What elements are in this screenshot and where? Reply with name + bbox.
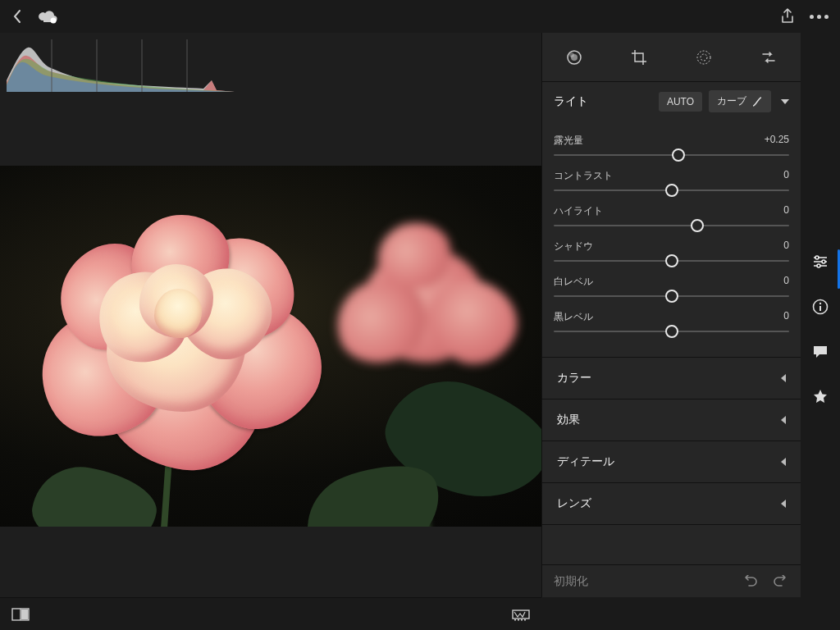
auto-button[interactable]: AUTO <box>659 92 702 112</box>
back-icon[interactable] <box>11 9 23 24</box>
slider-value: 0 <box>783 240 789 253</box>
slider-value: 0 <box>783 204 789 218</box>
svg-point-10 <box>815 256 819 259</box>
slider-track[interactable] <box>554 225 789 226</box>
slider-コントラスト[interactable]: コントラスト0 <box>554 169 789 191</box>
section-label: レンズ <box>557 496 591 511</box>
undo-icon[interactable] <box>773 575 789 588</box>
section-light-header[interactable]: ライト AUTO カーブ <box>542 82 801 121</box>
chevron-left-icon <box>781 374 786 382</box>
cloud-sync-icon[interactable] <box>38 9 57 24</box>
slider-value: +0.25 <box>765 134 789 148</box>
svg-rect-22 <box>521 619 523 621</box>
section-効果[interactable]: 効果 <box>542 399 801 441</box>
svg-point-12 <box>817 264 820 267</box>
preset-icon[interactable] <box>760 49 777 66</box>
slider-value: 0 <box>783 310 789 324</box>
section-light-title: ライト <box>554 94 652 109</box>
slider-シャドウ[interactable]: シャドウ0 <box>554 240 789 262</box>
reset-button[interactable]: 初期化 <box>554 574 588 589</box>
section-レンズ[interactable]: レンズ <box>542 482 801 525</box>
svg-rect-21 <box>518 619 519 621</box>
histogram <box>0 33 541 95</box>
sliders-icon[interactable] <box>812 254 829 269</box>
slider-label: 白レベル <box>554 275 593 289</box>
section-カラー[interactable]: カラー <box>542 357 801 399</box>
compare-icon[interactable] <box>11 608 30 621</box>
slider-thumb[interactable] <box>665 325 678 338</box>
slider-thumb[interactable] <box>665 290 678 303</box>
svg-point-0 <box>51 18 57 24</box>
section-label: ディテール <box>557 454 614 469</box>
chevron-left-icon <box>781 458 786 466</box>
chevron-down-icon[interactable] <box>781 99 789 104</box>
svg-point-14 <box>819 303 821 304</box>
section-ディテール[interactable]: ディテール <box>542 441 801 482</box>
chevron-left-icon <box>781 416 786 424</box>
slider-thumb[interactable] <box>691 219 704 232</box>
slider-thumb[interactable] <box>672 148 685 162</box>
slider-露光量[interactable]: 露光量+0.25 <box>554 134 789 156</box>
slider-label: 露光量 <box>554 134 583 148</box>
slider-track[interactable] <box>554 260 789 262</box>
share-icon[interactable] <box>780 8 795 25</box>
slider-track[interactable] <box>554 295 789 297</box>
radial-icon[interactable] <box>696 49 712 66</box>
slider-label: シャドウ <box>554 240 593 253</box>
slider-黒レベル[interactable]: 黒レベル0 <box>554 310 789 332</box>
comment-icon[interactable] <box>812 345 829 359</box>
slider-label: コントラスト <box>554 169 613 183</box>
slider-track[interactable] <box>554 331 789 332</box>
svg-point-7 <box>569 52 574 57</box>
section-label: カラー <box>557 371 591 386</box>
info-icon[interactable] <box>812 299 829 315</box>
svg-rect-15 <box>819 306 821 311</box>
slider-ハイライト[interactable]: ハイライト0 <box>554 204 789 226</box>
section-label: 効果 <box>557 413 580 427</box>
crop-icon[interactable] <box>631 49 647 66</box>
svg-point-9 <box>701 54 707 61</box>
slider-value: 0 <box>783 275 789 289</box>
color-wheel-icon[interactable] <box>566 49 582 66</box>
svg-rect-23 <box>524 619 526 621</box>
slider-value: 0 <box>783 169 789 183</box>
filmstrip-icon[interactable] <box>512 608 530 621</box>
slider-label: ハイライト <box>554 204 603 218</box>
more-icon[interactable] <box>810 15 829 19</box>
redo-icon[interactable] <box>742 575 758 588</box>
svg-point-11 <box>822 260 825 263</box>
photo-canvas[interactable] <box>0 95 541 597</box>
chevron-left-icon <box>781 500 786 508</box>
svg-point-8 <box>697 51 710 64</box>
slider-track[interactable] <box>554 189 789 191</box>
slider-track[interactable] <box>554 154 789 156</box>
curve-button[interactable]: カーブ <box>709 90 771 112</box>
slider-thumb[interactable] <box>665 254 678 267</box>
svg-rect-18 <box>21 609 28 619</box>
star-icon[interactable] <box>812 389 829 405</box>
slider-白レベル[interactable]: 白レベル0 <box>554 275 789 297</box>
slider-thumb[interactable] <box>665 184 678 197</box>
slider-label: 黒レベル <box>554 310 593 324</box>
svg-rect-20 <box>514 619 516 621</box>
